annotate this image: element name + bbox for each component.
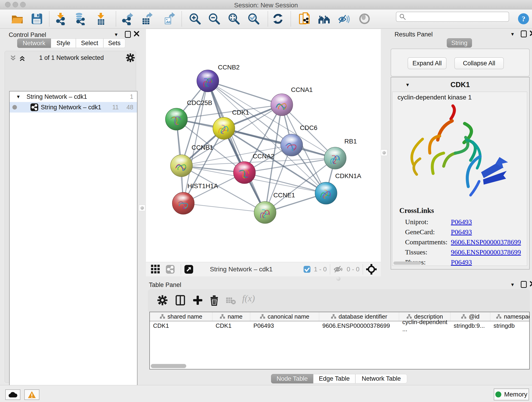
export-network-button[interactable] <box>121 12 134 26</box>
collapse-all-button[interactable]: Collapse All <box>454 57 504 69</box>
control-panel-float-icon[interactable] <box>125 31 131 38</box>
control-panel-close-icon[interactable] <box>134 31 139 36</box>
node-CCNB2[interactable]: CCNB2 <box>197 64 240 92</box>
edge-CCNB2-CCNE1[interactable] <box>208 81 265 212</box>
hidden-eye-icon[interactable] <box>333 265 343 274</box>
cloud-button[interactable] <box>5 389 20 400</box>
edge-HIST1H1A-CCNE1[interactable] <box>183 203 265 212</box>
network-view-icon[interactable] <box>166 265 175 274</box>
table-row[interactable]: CDK1CDK1P064939606.ENSP00000378699cyclin… <box>150 321 529 330</box>
help-button[interactable]: ? <box>517 12 530 26</box>
table-panel-menu-icon[interactable]: ▼ <box>510 282 515 287</box>
column-header-canonical-name[interactable]: canonical name <box>250 312 319 321</box>
string-homes-button[interactable] <box>317 12 331 26</box>
table-cell[interactable]: CDK1 <box>150 321 212 330</box>
node-HIST1H1A[interactable]: HIST1H1A <box>172 182 218 214</box>
crosslink-value-link[interactable]: 9606.ENSP00000378699 <box>451 238 521 246</box>
results-panel-title: Results Panel <box>394 31 433 38</box>
add-column-icon[interactable] <box>193 295 203 305</box>
control-panel-menu-icon[interactable]: ▼ <box>114 32 119 37</box>
import-network-file-button[interactable] <box>54 12 67 26</box>
export-image-button[interactable] <box>163 12 176 26</box>
table-cell[interactable]: P06493 <box>250 321 319 330</box>
zoom-fit-button[interactable] <box>227 12 241 26</box>
column-header-namespace[interactable]: namespace <box>490 312 530 321</box>
expand-all-icon[interactable] <box>19 55 26 62</box>
toolbar-separator <box>49 11 50 26</box>
grid-view-icon[interactable] <box>151 265 160 274</box>
table-cell[interactable]: CDK1 <box>212 321 250 330</box>
birdseye-crosshair-icon[interactable] <box>366 264 377 274</box>
node-CCNA1[interactable]: CCNA1 <box>271 86 313 116</box>
function-builder-icon[interactable]: f(x) <box>242 293 255 304</box>
delete-table-icon[interactable] <box>226 297 236 305</box>
column-header--id[interactable]: @id <box>450 312 490 321</box>
table-cell[interactable]: stringdb:9... <box>450 321 490 330</box>
import-network-database-button[interactable] <box>74 12 87 26</box>
edge-CDK1-RB1[interactable] <box>224 128 335 158</box>
svg-text:?: ? <box>522 15 525 23</box>
save-session-button[interactable] <box>30 12 44 26</box>
table-panel-float-icon[interactable] <box>521 281 527 288</box>
apply-layout-button[interactable] <box>271 12 285 26</box>
node-table[interactable]: shared namenamecanonical namedatabase id… <box>149 312 530 370</box>
column-header-name[interactable]: name <box>212 312 250 321</box>
zoom-in-button[interactable] <box>188 12 202 26</box>
search-field[interactable] <box>396 12 509 22</box>
protein-structure-image <box>399 104 521 202</box>
table-hscroll-thumb[interactable] <box>151 364 186 368</box>
selected-checkbox-icon[interactable] <box>303 266 311 273</box>
collection-name: String Network – cdk1 <box>27 93 87 100</box>
memory-button[interactable]: Memory <box>494 389 529 400</box>
crosslink-value-link[interactable]: P06493 <box>451 258 472 266</box>
left-splitter-handle[interactable] <box>139 205 145 211</box>
table-cell[interactable]: 9606.ENSP00000378699 <box>319 321 399 330</box>
tab-sets[interactable]: Sets <box>103 38 125 48</box>
network-canvas[interactable]: CCNB2CCNA1CDC25BCDK1CDC6RB1CCNB1CCNA2CDK… <box>146 29 381 262</box>
detach-view-icon[interactable] <box>184 265 193 274</box>
network-row[interactable]: String Network – cdk1 11 48 <box>10 102 137 113</box>
crosslink-value-link[interactable]: 9606.ENSP00000378699 <box>451 248 521 256</box>
string-import-file-button[interactable] <box>298 12 311 26</box>
results-panel-close-icon[interactable] <box>530 31 532 36</box>
tab-node-table[interactable]: Node Table <box>271 374 313 383</box>
results-panel-float-icon[interactable] <box>521 31 527 37</box>
zoom-selected-button[interactable] <box>247 12 260 26</box>
column-header-shared-name[interactable]: shared name <box>150 312 212 321</box>
table-cell[interactable]: cyclin-dependent ... <box>399 321 450 330</box>
results-hscroll-thumb[interactable] <box>393 262 421 265</box>
tab-style[interactable]: Style <box>51 38 76 48</box>
string-visibility-button[interactable] <box>337 12 351 26</box>
open-session-button[interactable] <box>11 12 24 26</box>
string-sphere-button[interactable] <box>358 12 371 26</box>
string-network-graph[interactable]: CCNB2CCNA1CDC25BCDK1CDC6RB1CCNB1CCNA2CDK… <box>146 29 381 262</box>
node-CCNE1[interactable]: CCNE1 <box>254 191 295 223</box>
tab-network-table[interactable]: Network Table <box>355 374 407 383</box>
table-cell[interactable]: stringdb <box>490 321 530 330</box>
column-header-database-identifier[interactable]: database identifier <box>319 312 399 321</box>
results-panel-menu-icon[interactable]: ▼ <box>510 32 515 36</box>
expand-all-button[interactable]: Expand All <box>408 57 447 69</box>
crosslink-value-link[interactable]: P06493 <box>451 228 472 236</box>
node-CDKN1A[interactable]: CDKN1A <box>315 172 361 204</box>
tab-network[interactable]: Network <box>17 38 51 48</box>
crosslink-value-link[interactable]: P06493 <box>451 218 472 226</box>
network-collection-row[interactable]: ▼ String Network – cdk1 1 <box>10 91 137 102</box>
tab-string[interactable]: String <box>447 38 472 48</box>
delete-column-trash-icon[interactable] <box>209 295 219 306</box>
column-type-icon <box>260 314 265 319</box>
collapse-all-icon[interactable] <box>10 55 17 62</box>
show-columns-icon[interactable] <box>175 295 186 306</box>
edge-CCNB2-CCNA1[interactable] <box>208 81 282 105</box>
warning-button[interactable] <box>24 389 39 400</box>
export-table-button[interactable] <box>140 12 154 26</box>
table-options-gear-icon[interactable] <box>157 295 167 305</box>
zoom-out-button[interactable] <box>208 12 221 26</box>
node-RB1[interactable]: RB1 <box>324 138 357 169</box>
tab-select[interactable]: Select <box>76 38 103 48</box>
tab-edge-table[interactable]: Edge Table <box>313 374 355 383</box>
network-options-gear-icon[interactable] <box>126 53 135 62</box>
import-table-button[interactable] <box>94 12 108 26</box>
table-panel-close-icon[interactable] <box>530 281 532 287</box>
collection-collapse-icon[interactable]: ▼ <box>16 95 21 99</box>
